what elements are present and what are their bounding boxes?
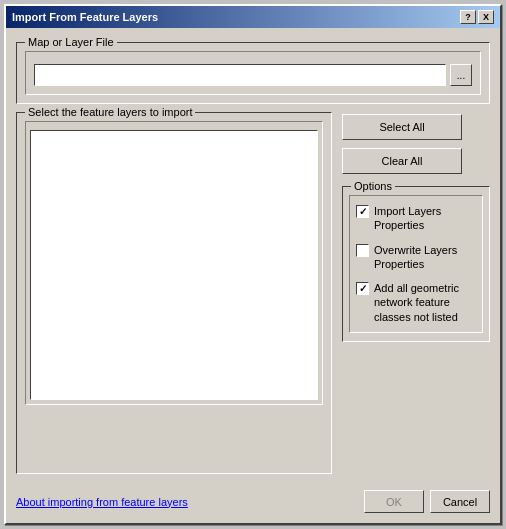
title-bar: Import From Feature Layers ? X — [6, 6, 500, 28]
feature-layers-label: Select the feature layers to import — [25, 106, 195, 118]
right-panel: Select All Clear All Options ✓ Import La… — [342, 114, 490, 474]
help-button[interactable]: ? — [460, 10, 476, 24]
checkbox-row-geometric: ✓ Add all geometric network feature clas… — [356, 281, 476, 324]
clear-all-button[interactable]: Clear All — [342, 148, 462, 174]
map-file-input[interactable] — [34, 64, 446, 86]
footer-buttons: OK Cancel — [364, 490, 490, 513]
feature-layers-listbox[interactable] — [30, 130, 318, 400]
ok-button[interactable]: OK — [364, 490, 424, 513]
import-layers-label: Import Layers Properties — [374, 204, 476, 233]
options-label: Options — [351, 180, 395, 192]
import-from-feature-layers-dialog: Import From Feature Layers ? X Map or La… — [4, 4, 502, 525]
feature-layers-group: Select the feature layers to import — [16, 112, 332, 474]
main-row: Select the feature layers to import Sele… — [16, 112, 490, 474]
overwrite-layers-checkbox[interactable] — [356, 244, 369, 257]
close-button[interactable]: X — [478, 10, 494, 24]
map-file-group: Map or Layer File ... — [16, 42, 490, 104]
import-layers-check: ✓ — [359, 207, 367, 217]
dialog-footer: About importing from feature layers OK C… — [6, 484, 500, 523]
browse-button[interactable]: ... — [450, 64, 472, 86]
options-inner: ✓ Import Layers Properties Overwrite Lay… — [349, 195, 483, 333]
import-layers-checkbox[interactable]: ✓ — [356, 205, 369, 218]
map-file-inner: Map or Layer File ... — [25, 51, 481, 95]
about-link[interactable]: About importing from feature layers — [16, 496, 188, 508]
cancel-button[interactable]: Cancel — [430, 490, 490, 513]
dialog-title: Import From Feature Layers — [12, 11, 158, 23]
geometric-check: ✓ — [359, 284, 367, 294]
feature-layers-inner: Select the feature layers to import — [25, 121, 323, 405]
geometric-checkbox[interactable]: ✓ — [356, 282, 369, 295]
geometric-label: Add all geometric network feature classe… — [374, 281, 476, 324]
checkbox-row-import: ✓ Import Layers Properties — [356, 204, 476, 233]
options-group: Options ✓ Import Layers Properties — [342, 186, 490, 342]
select-all-button[interactable]: Select All — [342, 114, 462, 140]
map-file-label: Map or Layer File — [25, 36, 117, 48]
map-file-row: ... — [34, 64, 472, 86]
checkbox-row-overwrite: Overwrite Layers Properties — [356, 243, 476, 272]
dialog-content: Map or Layer File ... Select the feature… — [6, 28, 500, 484]
overwrite-layers-label: Overwrite Layers Properties — [374, 243, 476, 272]
title-bar-buttons: ? X — [460, 10, 494, 24]
